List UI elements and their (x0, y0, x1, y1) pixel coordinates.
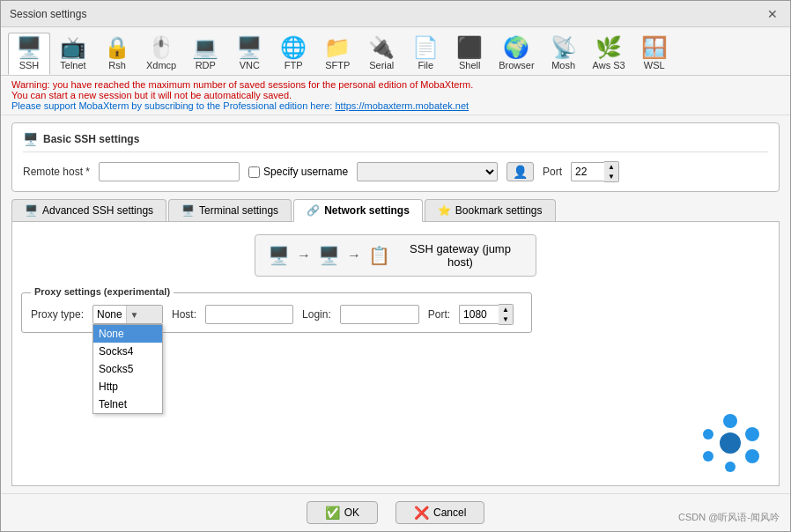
svg-point-4 (725, 462, 736, 472)
tab-terminal[interactable]: 🖥️ Terminal settings (168, 199, 292, 221)
proxy-group: Proxy settings (experimental) Proxy type… (21, 292, 532, 333)
warning-link-text[interactable]: https://mobaxterm.mobatek.net (335, 100, 469, 111)
svg-point-6 (703, 429, 713, 440)
basic-ssh-row: Remote host * Specify username 👤 Port ▲ … (23, 161, 768, 182)
warning-line2: You can start a new session but it will … (11, 90, 780, 100)
proxy-port-input[interactable] (459, 305, 499, 324)
tabs-bar: 🖥️ Advanced SSH settings 🖥️ Terminal set… (11, 199, 780, 222)
session-icon-telnet[interactable]: 📺 Telnet (52, 33, 94, 75)
ftp-icon: 🌐 (280, 37, 307, 58)
session-icon-shell[interactable]: ⬛ Shell (448, 33, 491, 75)
basic-ssh-header: 🖥️ Basic SSH settings (23, 132, 768, 152)
specify-username-checkbox-label[interactable]: Specify username (248, 166, 348, 178)
session-icon-xdmcp[interactable]: 🖱️ Xdmcp (140, 33, 182, 75)
session-icon-mosh[interactable]: 📡 Mosh (543, 33, 585, 75)
sftp-icon: 📁 (324, 37, 351, 58)
bottom-section: ✅ OK ❌ Cancel CSDN @听风语-闻风吟 (1, 493, 790, 531)
port-spin-up[interactable]: ▲ (604, 162, 618, 172)
browser-icon: 🌍 (503, 37, 529, 58)
session-icon-file[interactable]: 📄 File (404, 33, 447, 75)
user-icon-button[interactable]: 👤 (506, 162, 534, 181)
cancel-button[interactable]: ❌ Cancel (396, 501, 484, 524)
monitor-icon: 🖥️ (268, 245, 290, 266)
proxy-option-telnet[interactable]: Telnet (93, 395, 162, 413)
port-label: Port (543, 166, 562, 178)
proxy-port-spin-up[interactable]: ▲ (499, 305, 513, 314)
remote-host-input[interactable] (99, 162, 240, 181)
close-button[interactable]: ✕ (764, 7, 781, 21)
warning-area: Warning: you have reached the maximum nu… (1, 76, 790, 115)
session-icon-awss3[interactable]: 🌿 Aws S3 (587, 33, 632, 75)
awss3-icon: 🌿 (595, 37, 622, 58)
ssh-icon: 🖥️ (16, 37, 42, 58)
shell-label: Shell (459, 60, 480, 70)
proxy-login-input[interactable] (340, 305, 419, 324)
username-select[interactable] (357, 162, 498, 181)
proxy-type-value: None (93, 308, 126, 321)
target-icon: 📋 (368, 245, 390, 266)
tab-network[interactable]: 🔗 Network settings (293, 199, 423, 222)
wsl-label: WSL (644, 60, 665, 70)
ssh-label: SSH (19, 60, 40, 70)
network-tab-icon: 🔗 (307, 204, 320, 217)
proxy-option-http[interactable]: Http (93, 378, 162, 395)
arrow1-icon: → (297, 248, 311, 263)
specify-username-text: Specify username (263, 166, 348, 178)
proxy-type-label: Proxy type: (31, 308, 84, 321)
rdp-label: RDP (196, 60, 216, 70)
port-spin-down[interactable]: ▼ (604, 172, 618, 181)
proxy-option-socks5[interactable]: Socks5 (93, 360, 162, 378)
arrow2-icon: → (347, 248, 361, 263)
svg-point-2 (745, 427, 759, 441)
proxy-option-none[interactable]: None (93, 325, 162, 343)
proxy-dropdown-arrow-icon: ▼ (126, 306, 163, 323)
bookmark-tab-icon: ⭐ (438, 204, 451, 217)
mosh-icon: 📡 (551, 37, 577, 58)
ok-label: OK (344, 506, 359, 519)
svg-point-1 (723, 414, 737, 428)
session-icon-rdp[interactable]: 💻 RDP (184, 33, 226, 75)
dot-cluster-svg (699, 412, 761, 474)
warning-line3: Please support MobaXterm by subscribing … (11, 100, 780, 111)
proxy-port-label: Port: (428, 308, 450, 321)
proxy-port-spin-down[interactable]: ▼ (499, 314, 513, 324)
proxy-host-input[interactable] (205, 305, 293, 324)
proxy-type-select[interactable]: None ▼ (92, 305, 163, 324)
title-bar: Session settings ✕ (1, 1, 790, 27)
basic-ssh-panel: 🖥️ Basic SSH settings Remote host * Spec… (11, 122, 780, 192)
vnc-label: VNC (240, 60, 260, 70)
session-icon-sftp[interactable]: 📁 SFTP (316, 33, 359, 75)
proxy-port-spinbox: ▲ ▼ (459, 304, 514, 325)
session-icon-wsl[interactable]: 🪟 WSL (633, 33, 676, 75)
session-icon-ftp[interactable]: 🌐 FTP (272, 33, 314, 75)
shell-icon: ⬛ (456, 37, 483, 58)
tabbed-section: 🖥️ Advanced SSH settings 🖥️ Terminal set… (11, 199, 780, 486)
advanced-ssh-tab-icon: 🖥️ (25, 204, 38, 217)
session-icon-ssh[interactable]: 🖥️ SSH (8, 33, 50, 75)
svg-point-3 (745, 449, 759, 463)
serial-icon: 🔌 (368, 37, 395, 58)
specify-username-checkbox[interactable] (248, 166, 260, 178)
tab-advanced-ssh[interactable]: 🖥️ Advanced SSH settings (11, 199, 166, 221)
ok-button[interactable]: ✅ OK (307, 501, 378, 524)
session-icon-serial[interactable]: 🔌 Serial (360, 33, 403, 75)
tab-bookmark[interactable]: ⭐ Bookmark settings (425, 199, 556, 221)
proxy-option-socks4[interactable]: Socks4 (93, 343, 162, 360)
ftp-label: FTP (285, 60, 303, 70)
port-input[interactable] (571, 162, 604, 181)
session-icon-rsh[interactable]: 🔒 Rsh (96, 33, 138, 75)
serial-label: Serial (369, 60, 394, 70)
session-icon-vnc[interactable]: 🖥️ VNC (228, 33, 270, 75)
port-spin-buttons: ▲ ▼ (604, 161, 619, 182)
gateway-row: 🖥️ → 🖥️ → 📋 SSH gateway (jump host) (21, 234, 770, 277)
proxy-type-dropdown-container: None ▼ None Socks4 Socks5 Http Telnet (92, 305, 163, 324)
port-spinbox: ▲ ▼ (571, 161, 619, 182)
svg-point-0 (720, 432, 741, 454)
session-icon-browser[interactable]: 🌍 Browser (492, 33, 540, 75)
proxy-row: Proxy type: None ▼ None Socks4 (31, 304, 522, 325)
browser-label: Browser (499, 60, 534, 70)
sftp-label: SFTP (325, 60, 350, 70)
session-settings-window: Session settings ✕ 🖥️ SSH 📺 Telnet 🔒 Rsh… (0, 0, 791, 532)
window-title: Session settings (10, 8, 86, 20)
ssh-gateway-button[interactable]: 🖥️ → 🖥️ → 📋 SSH gateway (jump host) (255, 234, 536, 277)
